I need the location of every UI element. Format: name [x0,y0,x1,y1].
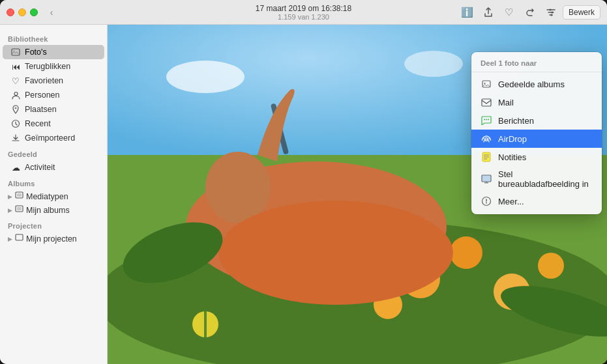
svg-point-36 [488,119,489,120]
favorite-button[interactable]: ♡ [500,3,518,21]
svg-point-26 [218,201,453,305]
activiteit-label: Activiteit [25,163,55,172]
airdrop-label: AirDrop [498,134,527,144]
edit-button[interactable]: Bewerk [563,5,600,20]
sidebar-item-recent[interactable]: Recent [3,117,104,131]
mijn-albums-icon [15,205,23,215]
sidebar-group-mediatypen[interactable]: ▶ Mediatypen [3,189,104,203]
close-button[interactable] [7,8,14,16]
mediatypen-label: Mediatypen [26,192,68,201]
share-item-meer[interactable]: Meer... [471,192,602,210]
svg-point-2 [550,14,552,16]
maximize-button[interactable] [30,8,38,16]
mijn-albums-label: Mijn albums [26,206,70,215]
sidebar-item-personen[interactable]: Personen [3,88,104,102]
photo-count: 1.159 van 1.230 [256,13,351,21]
geimporteerd-icon [10,133,21,143]
gedeelde-albums-icon [481,78,492,90]
notities-icon [481,151,492,163]
svg-rect-12 [16,234,23,240]
photo-date: 17 maart 2019 om 16:38:18 [256,4,351,13]
mail-label: Mail [498,98,514,107]
terugblikken-icon: ⏮ [10,61,21,72]
geimporteerd-label: Geïmporteerd [25,133,75,143]
sidebar-group-mijn-albums[interactable]: ▶ Mijn albums [3,203,104,217]
svg-point-34 [484,119,485,120]
svg-rect-3 [12,49,20,55]
titlebar: ‹ 17 maart 2019 om 16:38:18 1.159 van 1.… [0,0,607,25]
favorieten-icon: ♡ [10,76,21,86]
notities-label: Notities [498,152,526,162]
svg-point-6 [15,107,17,109]
toolbar-right: ℹ️ ♡ Bewerk [458,3,600,21]
recent-icon [10,119,21,129]
share-item-notities[interactable]: Notities [471,148,602,166]
back-button[interactable]: ‹ [44,5,59,20]
mediatypen-icon [15,191,23,201]
plaatsen-label: Plaatsen [25,105,57,114]
activiteit-icon: ☁ [10,162,21,173]
svg-point-35 [486,119,487,120]
berichten-icon [481,115,492,126]
svg-rect-45 [486,182,487,183]
sidebar-section-bibliotheek: Bibliotheek [0,30,107,45]
svg-rect-33 [482,99,491,106]
sidebar-item-plaatsen[interactable]: Plaatsen [3,102,104,117]
share-item-berichten[interactable]: Berichten [471,111,602,130]
terugblikken-label: Terugblikken [25,62,70,71]
share-popup: Deel 1 foto naar Gedeelde albums [471,52,602,214]
main-content: Bibliotheek Foto's ⏮ Terugblikken ♡ Favo… [0,25,607,364]
sidebar-section-gedeeld: Gedeeld [0,145,107,160]
sidebar-item-favorieten[interactable]: ♡ Favorieten [3,74,104,88]
svg-rect-43 [482,175,491,182]
svg-point-21 [538,253,564,279]
sidebar: Bibliotheek Foto's ⏮ Terugblikken ♡ Favo… [0,25,108,364]
share-item-bureaubladafbeelding[interactable]: Stel bureaubladafbeelding in [471,166,602,192]
chevron-mijn-albums: ▶ [8,207,12,214]
sidebar-item-fotos[interactable]: Foto's [3,45,104,59]
sidebar-item-geimporteerd[interactable]: Geïmporteerd [3,131,104,145]
share-button[interactable] [479,3,497,21]
svg-point-30 [404,51,463,77]
sidebar-item-terugblikken[interactable]: ⏮ Terugblikken [3,59,104,74]
share-item-airdrop[interactable]: AirDrop [471,130,602,148]
svg-point-19 [450,236,482,269]
mail-icon [481,96,492,108]
mijn-projecten-icon [15,234,23,244]
fotos-icon [10,47,21,57]
plaatsen-icon [10,104,21,115]
svg-rect-9 [17,193,22,197]
minimize-button[interactable] [18,8,26,16]
berichten-label: Berichten [498,116,534,126]
share-item-mail[interactable]: Mail [471,93,602,111]
fotos-label: Foto's [25,48,47,57]
adjust-button[interactable] [542,3,560,21]
recent-label: Recent [25,119,51,128]
personen-icon [10,90,21,100]
favorieten-label: Favorieten [25,76,63,85]
sidebar-item-activiteit[interactable]: ☁ Activiteit [3,160,104,175]
svg-point-29 [166,61,244,93]
svg-rect-11 [17,207,22,210]
sidebar-section-projecten: Projecten [0,217,107,232]
nav-buttons: ‹ [44,5,59,20]
sidebar-section-albums: Albums [0,175,107,189]
share-popup-header: Deel 1 foto naar [471,56,602,72]
app-window: ‹ 17 maart 2019 om 16:38:18 1.159 van 1.… [0,0,607,364]
share-item-gedeelde-albums[interactable]: Gedeelde albums [471,75,602,93]
meer-icon [481,195,492,207]
traffic-lights [7,8,38,16]
sidebar-group-mijn-projecten[interactable]: ▶ Mijn projecten [3,232,104,245]
photo-area: Deel 1 foto naar Gedeelde albums [108,25,607,364]
info-button[interactable]: ℹ️ [458,3,477,21]
svg-point-1 [551,11,553,13]
mijn-projecten-label: Mijn projecten [26,234,77,244]
rotate-button[interactable] [521,3,539,21]
chevron-mediatypen: ▶ [8,193,12,200]
gedeelde-albums-label: Gedeelde albums [498,79,565,89]
title-center: 17 maart 2019 om 16:38:18 1.159 van 1.23… [256,4,351,21]
personen-label: Personen [25,91,60,100]
chevron-mijn-projecten: ▶ [8,236,12,242]
svg-point-0 [549,8,551,10]
bureaubladafbeelding-label: Stel bureaubladafbeelding in [498,169,593,189]
